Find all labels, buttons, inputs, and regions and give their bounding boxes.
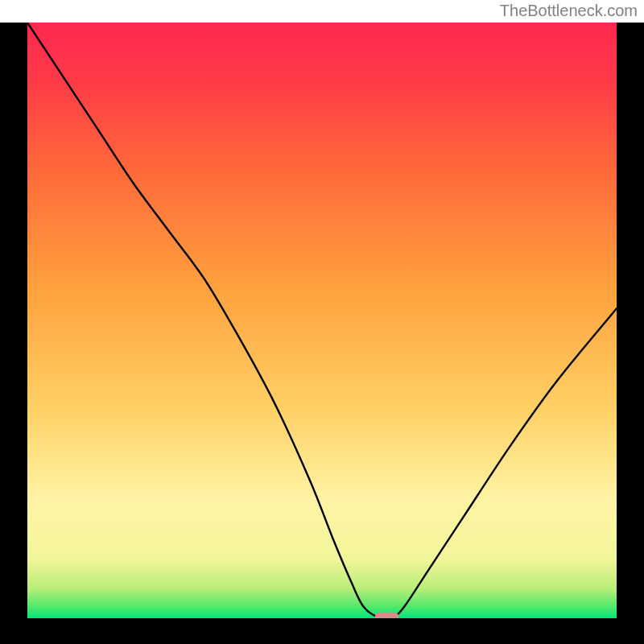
attribution-text: TheBottleneck.com xyxy=(500,2,638,20)
optimum-marker xyxy=(375,613,398,618)
chart-container: TheBottleneck.com xyxy=(0,0,644,644)
plot-area xyxy=(27,23,617,618)
chart-svg xyxy=(27,23,617,618)
gradient-background xyxy=(27,23,617,618)
plot-frame xyxy=(0,23,644,644)
